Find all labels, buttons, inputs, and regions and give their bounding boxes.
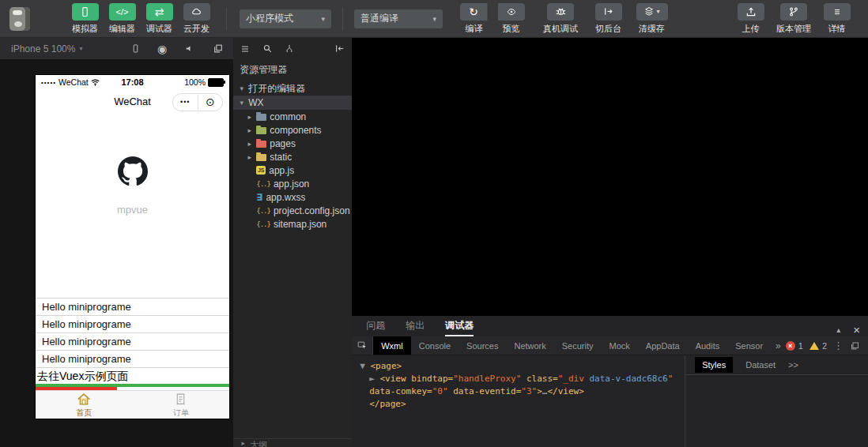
- device-selector[interactable]: iPhone 5 100% ▾: [11, 43, 82, 54]
- git-branch-icon: [780, 3, 807, 21]
- preview-button[interactable]: 预览: [492, 3, 530, 35]
- inspect-element-icon[interactable]: [352, 336, 373, 355]
- dock-side-icon[interactable]: [850, 341, 860, 351]
- version-control-button[interactable]: 版本管理: [769, 3, 818, 35]
- battery-percent-label: 100%: [184, 77, 206, 87]
- devtools-tab-security[interactable]: Security: [554, 336, 602, 355]
- vuex-link[interactable]: 去往Vuex示例页面: [36, 367, 229, 384]
- tab-problems[interactable]: 问题: [366, 319, 385, 336]
- layers-icon: ▾: [636, 3, 668, 21]
- tree-item-app.js[interactable]: JSapp.js: [233, 163, 352, 177]
- phone-tab-bar: 首页 订单: [36, 390, 229, 419]
- miniprogram-page: mpvue Hello miniprogrameHello miniprogra…: [36, 113, 229, 419]
- devtools-tab-sensor[interactable]: Sensor: [727, 336, 771, 355]
- tree-item-pages[interactable]: ▸pages: [233, 137, 352, 150]
- wxss-file-icon: ∃: [256, 193, 262, 202]
- list-icon[interactable]: [240, 44, 251, 54]
- tab-orders[interactable]: 订单: [133, 391, 230, 419]
- list-item[interactable]: Hello miniprograme: [36, 332, 229, 350]
- list-item[interactable]: Hello miniprograme: [36, 315, 229, 332]
- file-name: common: [270, 111, 306, 122]
- speaker-icon[interactable]: [184, 43, 195, 54]
- remote-debug-button[interactable]: 真机调试: [538, 3, 583, 35]
- tab-styles[interactable]: Styles: [695, 357, 733, 373]
- tool-label: 编辑器: [109, 23, 135, 35]
- devtools-tab-audits[interactable]: Audits: [688, 336, 728, 355]
- top-toolbar: 模拟器 </> 编辑器 ⇄ 调试器 云开发 小程序模式 ▾: [0, 0, 868, 38]
- tab-debugger[interactable]: 调试器: [445, 319, 474, 336]
- devtools-tab-network[interactable]: Network: [506, 336, 553, 355]
- tab-label: 首页: [76, 408, 92, 419]
- multi-window-icon[interactable]: [213, 43, 224, 54]
- rotate-device-icon[interactable]: [131, 43, 140, 54]
- list-item[interactable]: Hello miniprograme: [36, 350, 229, 367]
- upload-button[interactable]: 上传: [732, 3, 769, 35]
- cloud-icon: [183, 3, 210, 21]
- chevron-right-icon: ▸: [246, 140, 253, 148]
- section-open-editors[interactable]: ▾ 打开的编辑器: [233, 81, 352, 96]
- editor-hidden-area: [352, 38, 868, 316]
- more-tabs-icon[interactable]: »: [771, 336, 786, 355]
- debugger-toggle-button[interactable]: ⇄ 调试器: [141, 3, 178, 35]
- json-file-icon: {..}: [256, 207, 270, 215]
- mode-dropdown[interactable]: 小程序模式 ▾: [240, 9, 331, 28]
- more-styles-tabs-icon[interactable]: >>: [788, 360, 798, 370]
- switch-background-button[interactable]: 切后台: [590, 3, 627, 35]
- refresh-icon: ↻: [460, 3, 488, 21]
- collapse-panel-icon[interactable]: [334, 43, 345, 54]
- tree-item-components[interactable]: ▸components: [233, 123, 352, 137]
- devtools-tab-mock[interactable]: Mock: [602, 336, 638, 355]
- compile-mode-dropdown[interactable]: 普通编译 ▾: [354, 9, 443, 28]
- record-icon[interactable]: ◉: [157, 43, 167, 55]
- close-icon[interactable]: ×: [853, 323, 860, 336]
- json-file-icon: {..}: [256, 220, 270, 228]
- tab-dataset[interactable]: Dataset: [745, 360, 776, 370]
- upload-icon: [738, 3, 764, 21]
- tree-item-project.config.json[interactable]: {..}project.config.json: [233, 204, 352, 217]
- devtools-tab-sources[interactable]: Sources: [459, 336, 506, 355]
- devtools-tab-appdata[interactable]: AppData: [638, 336, 688, 355]
- outline-section[interactable]: ▸ 大纲: [233, 438, 352, 447]
- debugger-panel-tabs: 问题 输出 调试器 ▴ ×: [352, 316, 868, 336]
- list-item[interactable]: Hello miniprograme: [36, 298, 229, 315]
- more-dots-icon[interactable]: •••: [173, 95, 198, 110]
- tree-item-app.wxss[interactable]: ∃app.wxss: [233, 190, 352, 204]
- tree-item-static[interactable]: ▸static: [233, 150, 352, 163]
- explorer-toolbar: [233, 38, 352, 59]
- error-badge-icon[interactable]: ×: [786, 341, 795, 351]
- simulator-toggle-button[interactable]: 模拟器: [66, 3, 104, 35]
- search-icon[interactable]: [262, 43, 273, 54]
- toolbar-divider: [342, 8, 343, 30]
- devtools-tab-wxml[interactable]: Wxml: [373, 336, 411, 355]
- warning-badge-icon[interactable]: [810, 342, 819, 350]
- compile-button[interactable]: ↻ 编译: [455, 3, 492, 35]
- exit-target-icon[interactable]: ⊙: [198, 95, 223, 110]
- menu-lines-icon: [824, 3, 851, 21]
- capsule-menu[interactable]: ••• ⊙: [172, 93, 223, 111]
- clear-cache-button[interactable]: ▾ 清缓存: [633, 3, 670, 35]
- section-project-root[interactable]: ▾ WX: [233, 96, 352, 110]
- editor-toggle-button[interactable]: </> 编辑器: [104, 3, 141, 35]
- explorer-title: 资源管理器: [233, 59, 352, 81]
- tree-item-common[interactable]: ▸common: [233, 110, 352, 123]
- tool-label: 模拟器: [72, 23, 98, 35]
- wxml-tree-view[interactable]: ▼ <page>► <view bindtap="handleProxy" cl…: [352, 355, 685, 447]
- file-name: sitemap.json: [274, 219, 326, 230]
- devtools-tab-console[interactable]: Console: [411, 336, 459, 355]
- wxml-code-line: ► <view bindtap="handleProxy" class="_di…: [360, 373, 677, 398]
- tab-output[interactable]: 输出: [406, 319, 425, 336]
- details-button[interactable]: 详情: [818, 3, 855, 35]
- tab-home[interactable]: 首页: [36, 391, 133, 419]
- branch-filter-icon[interactable]: [285, 43, 294, 54]
- tool-label: 编译: [466, 23, 483, 35]
- outline-label: 大纲: [250, 439, 267, 447]
- collapse-up-icon[interactable]: ▴: [836, 325, 840, 334]
- tree-item-sitemap.json[interactable]: {..}sitemap.json: [233, 217, 352, 231]
- tool-label: 调试器: [146, 23, 172, 35]
- cloud-dev-button[interactable]: 云开发: [178, 3, 215, 35]
- tool-label: 真机调试: [543, 23, 578, 35]
- bug-icon: [547, 3, 574, 21]
- tree-item-app.json[interactable]: {..}app.json: [233, 177, 352, 190]
- clock-label: 17:08: [112, 77, 153, 87]
- kebab-menu-icon[interactable]: ⋮: [833, 340, 843, 351]
